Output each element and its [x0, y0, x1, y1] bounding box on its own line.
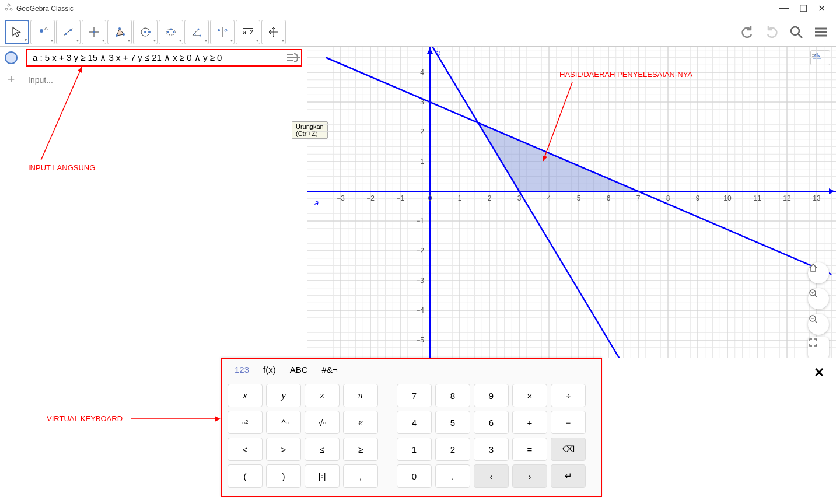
key-π[interactable]: π — [343, 384, 378, 407]
window-titlebar: GeoGebra Classic — ☐ ✕ — [0, 0, 836, 18]
svg-point-22 — [200, 34, 201, 36]
key-9[interactable]: 9 — [474, 384, 509, 407]
svg-line-35 — [41, 67, 82, 160]
app-logo-icon — [5, 4, 13, 13]
undo-button[interactable] — [737, 22, 758, 43]
svg-text:9: 9 — [696, 194, 700, 202]
perpendicular-tool[interactable]: ▾ — [82, 20, 106, 44]
slider-tool[interactable]: a=2▾ — [236, 20, 260, 44]
minimize-button[interactable]: — — [779, 3, 789, 14]
svg-point-7 — [69, 29, 72, 32]
key-5[interactable]: 5 — [435, 411, 470, 434]
fullscreen-button[interactable] — [808, 337, 829, 358]
svg-text:4: 4 — [420, 68, 424, 76]
key-▫²[interactable]: ▫² — [228, 411, 263, 434]
key-⌫[interactable]: ⌫ — [551, 438, 586, 461]
svg-text:10: 10 — [723, 194, 732, 202]
key-8[interactable]: 8 — [435, 384, 470, 407]
key->[interactable]: > — [266, 438, 301, 461]
key-4[interactable]: 4 — [397, 411, 432, 434]
key-y[interactable]: y — [266, 384, 301, 407]
svg-text:−1: −1 — [416, 217, 424, 225]
polygon-tool[interactable]: ▾ — [107, 20, 132, 44]
maximize-button[interactable]: ☐ — [799, 3, 807, 14]
key-≥[interactable]: ≥ — [343, 438, 378, 461]
home-button[interactable] — [808, 262, 829, 284]
key-+[interactable]: + — [512, 411, 547, 434]
key-6[interactable]: 6 — [474, 411, 509, 434]
annotation-result: HASIL/DAERAH PENYELESAIAN-NYA — [559, 70, 692, 79]
key-0[interactable]: 0 — [397, 464, 432, 488]
reflect-tool[interactable]: ▾ — [210, 20, 235, 44]
object-visibility-toggle[interactable] — [5, 51, 18, 64]
add-object-button[interactable]: + — [5, 74, 18, 86]
key-≤[interactable]: ≤ — [305, 438, 340, 461]
key-×[interactable]: × — [512, 384, 547, 407]
move-tool[interactable]: ▾ — [5, 20, 29, 44]
key-,[interactable]: , — [343, 464, 378, 488]
key-↵[interactable]: ↵ — [551, 464, 586, 488]
key-▫^▫[interactable]: ▫^▫ — [266, 411, 301, 434]
key-›[interactable]: › — [512, 464, 547, 488]
close-button[interactable]: ✕ — [818, 3, 825, 14]
svg-text:1: 1 — [420, 158, 424, 166]
key-7[interactable]: 7 — [397, 384, 432, 407]
svg-text:−2: −2 — [366, 194, 375, 202]
svg-text:5: 5 — [577, 194, 581, 202]
redo-button[interactable] — [761, 22, 782, 43]
svg-point-0 — [8, 4, 10, 6]
svg-text:2: 2 — [488, 194, 492, 202]
svg-point-27 — [791, 27, 799, 35]
key-−[interactable]: − — [551, 411, 586, 434]
svg-point-1 — [5, 8, 8, 10]
angle-tool[interactable]: ▾ — [184, 20, 209, 44]
graphics-view[interactable]: −3−2−1012345678910111213−5−4−3−2−11234aa… — [307, 47, 836, 358]
menu-button[interactable] — [810, 22, 831, 43]
key-<[interactable]: < — [228, 438, 263, 461]
svg-point-6 — [65, 33, 67, 35]
zoom-in-button[interactable] — [808, 288, 829, 309]
svg-point-12 — [116, 34, 118, 37]
ellipse-tool[interactable]: ▾ — [159, 20, 183, 44]
symbolic-toggle[interactable] — [285, 50, 302, 65]
key-x[interactable]: x — [228, 384, 263, 407]
line-tool[interactable]: ▾ — [56, 20, 81, 44]
key-e[interactable]: e — [343, 411, 378, 434]
key-=[interactable]: = — [512, 438, 547, 461]
svg-text:4: 4 — [547, 194, 551, 202]
circle-tool[interactable]: ▾ — [133, 20, 158, 44]
key-([interactable]: ( — [228, 464, 263, 488]
key-÷[interactable]: ÷ — [551, 384, 586, 407]
main-toolbar: ▾ A▾ ▾ ▾ ▾ ▾ ▾ ▾ ▾ a=2▾ ▾ — [0, 18, 836, 47]
svg-point-25 — [218, 29, 220, 32]
key-z[interactable]: z — [305, 384, 340, 407]
search-button[interactable] — [786, 22, 807, 43]
annotation-keyboard: VIRTUAL KEYBOARD — [47, 414, 123, 423]
svg-text:7: 7 — [636, 194, 641, 202]
key-√▫[interactable]: √▫ — [305, 411, 340, 434]
keyboard-tab-fx[interactable]: f(x) — [263, 365, 276, 374]
zoom-out-button[interactable] — [808, 314, 829, 335]
svg-point-3 — [40, 29, 43, 33]
svg-point-17 — [148, 31, 151, 33]
key-3[interactable]: 3 — [474, 438, 509, 461]
point-tool[interactable]: A▾ — [30, 20, 55, 44]
svg-text:−4: −4 — [416, 306, 424, 314]
key-.[interactable]: . — [435, 464, 470, 488]
key-1[interactable]: 1 — [397, 438, 432, 461]
svg-text:12: 12 — [783, 194, 791, 202]
svg-line-216 — [815, 321, 817, 323]
key-2[interactable]: 2 — [435, 438, 470, 461]
move-view-tool[interactable]: ▾ — [261, 20, 286, 44]
key-)[interactable]: ) — [266, 464, 301, 488]
keyboard-tab-abc[interactable]: ABC — [290, 365, 308, 374]
keyboard-close-button[interactable]: ✕ — [814, 365, 824, 380]
key-‹[interactable]: ‹ — [474, 464, 509, 488]
svg-line-28 — [798, 34, 802, 38]
keyboard-tab-123[interactable]: 123 — [235, 365, 249, 374]
svg-text:−1: −1 — [396, 194, 404, 202]
svg-point-23 — [198, 28, 200, 30]
svg-point-2 — [10, 8, 12, 10]
key-|▫|[interactable]: |▫| — [305, 464, 340, 488]
keyboard-tab-sym[interactable]: #&¬ — [322, 365, 338, 374]
